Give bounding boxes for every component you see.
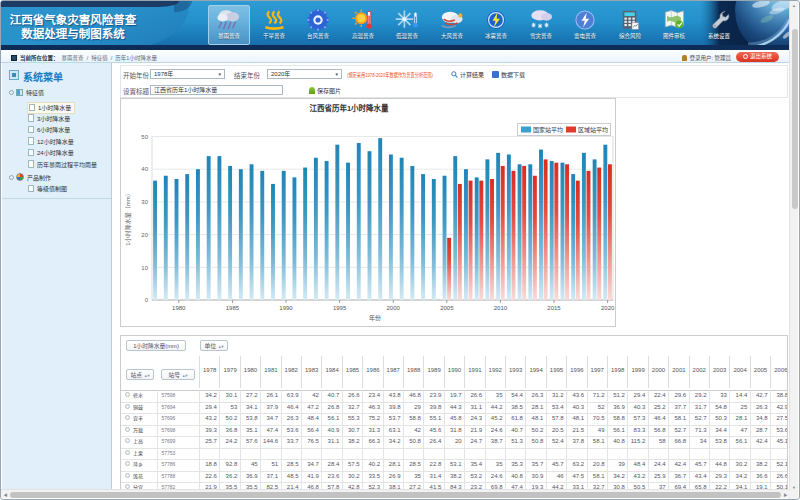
svg-text:区域站平均: 区域站平均 <box>578 126 608 134</box>
svg-text:1小时降水量（mm）: 1小时降水量（mm） <box>124 190 132 245</box>
svg-text:2015: 2015 <box>547 305 561 311</box>
svg-text:1980: 1980 <box>172 305 186 311</box>
svg-text:1995: 1995 <box>333 305 347 311</box>
svg-text:国家站平均: 国家站平均 <box>533 126 563 134</box>
svg-text:1985: 1985 <box>226 305 240 311</box>
svg-text:年份: 年份 <box>369 314 381 322</box>
svg-text:2020: 2020 <box>601 305 615 311</box>
svg-text:2000: 2000 <box>387 305 401 311</box>
svg-text:40: 40 <box>141 166 148 172</box>
svg-text:30: 30 <box>141 199 148 205</box>
svg-text:2005: 2005 <box>440 305 454 311</box>
svg-text:江西省历年1小时降水量: 江西省历年1小时降水量 <box>309 103 389 113</box>
svg-text:10: 10 <box>141 265 148 271</box>
svg-text:50: 50 <box>141 134 148 140</box>
svg-text:1990: 1990 <box>279 305 293 311</box>
svg-text:2010: 2010 <box>494 305 508 311</box>
svg-text:20: 20 <box>141 232 148 238</box>
